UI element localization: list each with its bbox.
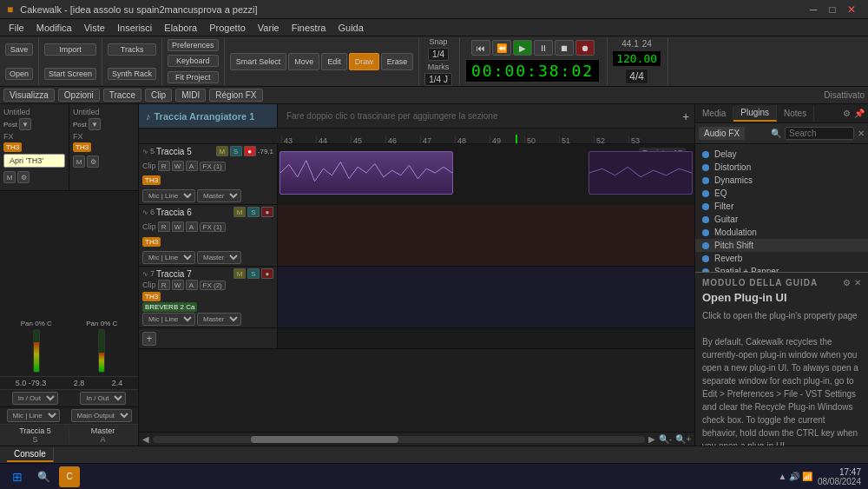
synth-rack-button[interactable]: Synth Rack (108, 68, 156, 80)
tab-plugins[interactable]: Plugins (733, 105, 777, 122)
track6-rec-btn[interactable]: ● (261, 207, 273, 217)
track6-th3-badge[interactable]: TH3 (142, 237, 161, 247)
menu-modifica[interactable]: Modifica (31, 21, 77, 35)
help-close-icon[interactable]: ✕ (854, 278, 861, 287)
help-settings-icon[interactable]: ⚙ (843, 278, 851, 287)
menu-inserisci[interactable]: Inserisci (112, 21, 157, 35)
tracks-scroll-area[interactable]: ∿ 5 Traccia 5 M S ● -79.1 Clip R W A (139, 144, 694, 432)
save-button[interactable]: Save (5, 43, 33, 56)
stop-btn[interactable]: ⏹ (555, 40, 574, 56)
track5-clip-dark[interactable] (589, 151, 693, 195)
edit-tool[interactable]: Edit (321, 53, 347, 70)
ptab-audio-fx[interactable]: Audio FX (699, 127, 745, 140)
plugin-delay[interactable]: Delay (695, 148, 868, 161)
plugin-guitar[interactable]: Guitar (695, 213, 868, 226)
arranger-scrollbar[interactable]: ◀ ▶ 🔍- 🔍+ (139, 432, 694, 446)
plugin-filter[interactable]: Filter (695, 200, 868, 213)
post-btn-2[interactable]: ▼ (89, 118, 101, 130)
track5-th3-badge[interactable]: TH3 (142, 175, 161, 185)
input-select-1[interactable]: In / Out (12, 392, 58, 405)
plugin-search-input[interactable] (785, 127, 854, 140)
track5-fx-badge[interactable]: FX (1) (200, 162, 226, 171)
open-button[interactable]: Open (5, 68, 33, 80)
track5-r-btn[interactable]: R (158, 161, 170, 171)
mute-btn-strip1[interactable]: M (3, 171, 16, 183)
start-button[interactable]: ⊞ (7, 466, 28, 487)
opzioni-dropdown[interactable]: Opzioni (58, 89, 100, 102)
track7-a-btn[interactable]: A (186, 280, 198, 290)
import-button[interactable]: Import (44, 43, 96, 56)
track7-solo-btn[interactable]: S (247, 268, 260, 279)
h-scrollbar-track[interactable] (153, 436, 645, 443)
menu-elabora[interactable]: Elabora (159, 21, 202, 35)
menu-finestra[interactable]: Finestra (286, 21, 332, 35)
keyboard-button[interactable]: Keyboard (168, 55, 219, 67)
move-tool[interactable]: Move (288, 53, 319, 70)
tab-media[interactable]: Media (695, 106, 733, 121)
track7-rec-btn[interactable]: ● (261, 268, 273, 279)
track7-input-sel[interactable]: Mic | Line (142, 313, 195, 326)
smart-select-tool[interactable]: Smart Select (230, 53, 287, 70)
scroll-left-btn[interactable]: ◀ (142, 434, 149, 444)
draw-tool[interactable]: Draw (349, 53, 379, 70)
clip-dropdown[interactable]: Clip (145, 89, 172, 102)
right-panel-pin-icon[interactable]: 📌 (854, 109, 865, 118)
bpm-display[interactable]: 120.00 (613, 51, 661, 66)
rewind-to-start-btn[interactable]: ⏮ (471, 40, 490, 56)
th3-badge-1[interactable]: TH3 (3, 142, 22, 152)
plugin-collapse-icon[interactable]: ✕ (858, 129, 865, 138)
preferences-button[interactable]: Preferences (168, 39, 219, 51)
plugin-spatial-panner[interactable]: Spatial + Panner (695, 265, 868, 272)
menu-progetto[interactable]: Progetto (204, 21, 251, 35)
track5-clip-purple[interactable] (279, 151, 453, 195)
add-track-button[interactable]: + (142, 332, 156, 346)
minimize-btn[interactable]: ─ (807, 3, 819, 16)
track6-w-btn[interactable]: W (172, 221, 184, 232)
fit-project-button[interactable]: Fit Project (168, 71, 219, 83)
track5-arm-btn[interactable]: ● (244, 146, 256, 156)
track7-reverb-badge[interactable]: BREVERB 2 Ca (142, 302, 197, 312)
track5-master-sel[interactable]: Master (197, 189, 241, 202)
menu-guida[interactable]: Guida (332, 21, 368, 35)
h-scrollbar-thumb[interactable] (251, 436, 398, 443)
right-panel-settings-icon[interactable]: ⚙ (843, 109, 851, 118)
menu-viste[interactable]: Viste (79, 21, 110, 35)
tracce-dropdown[interactable]: Tracce (103, 89, 141, 102)
track6-fx-badge[interactable]: FX (1) (200, 222, 226, 232)
region-fx-dropdown[interactable]: Région FX (209, 89, 262, 102)
track7-w-btn[interactable]: W (172, 280, 184, 290)
io-btn-strip2[interactable]: ⚙ (87, 155, 99, 168)
track7-mute-btn[interactable]: M (233, 268, 246, 279)
track7-master-sel[interactable]: Master (197, 313, 241, 326)
add-section-btn[interactable]: + (677, 104, 694, 128)
menu-file[interactable]: File (3, 21, 30, 35)
close-btn[interactable]: ✕ (845, 3, 858, 16)
track5-solo-btn[interactable]: S (230, 146, 242, 156)
track5-w-btn[interactable]: W (172, 161, 184, 171)
window-controls[interactable]: ─ □ ✕ (807, 3, 861, 16)
cakewalk-taskbar-btn[interactable]: C (59, 466, 80, 487)
pause-btn[interactable]: ⏸ (534, 40, 553, 56)
track6-solo-btn[interactable]: S (247, 207, 260, 217)
midi-dropdown[interactable]: MIDI (175, 89, 206, 102)
track7-r-btn[interactable]: R (158, 280, 170, 290)
tab-notes[interactable]: Notes (777, 106, 814, 121)
th3-badge-2[interactable]: TH3 (73, 142, 91, 152)
mute-btn-strip2[interactable]: M (73, 155, 85, 168)
track6-r-btn[interactable]: R (158, 221, 170, 232)
track7-th3-badge[interactable]: TH3 (142, 292, 161, 301)
menu-varie[interactable]: Varie (253, 21, 285, 35)
track6-a-btn[interactable]: A (186, 221, 198, 232)
post-btn-1[interactable]: ▼ (19, 118, 31, 130)
rewind-btn[interactable]: ⏪ (492, 40, 511, 56)
tracks-button[interactable]: Tracks (108, 43, 156, 56)
plugin-reverb[interactable]: Reverb (695, 252, 868, 265)
erase-tool[interactable]: Erase (381, 53, 414, 70)
track6-input-sel[interactable]: Mic | Line (142, 251, 195, 264)
plugin-pitch-shift[interactable]: Pitch Shift (695, 239, 868, 252)
search-taskbar-btn[interactable]: 🔍 (33, 466, 54, 487)
plugin-distortion[interactable]: Distortion (695, 161, 868, 174)
zoom-out-btn[interactable]: 🔍- (659, 434, 672, 444)
start-screen-button[interactable]: Start Screen (44, 68, 96, 80)
track5-a-btn[interactable]: A (186, 161, 198, 171)
